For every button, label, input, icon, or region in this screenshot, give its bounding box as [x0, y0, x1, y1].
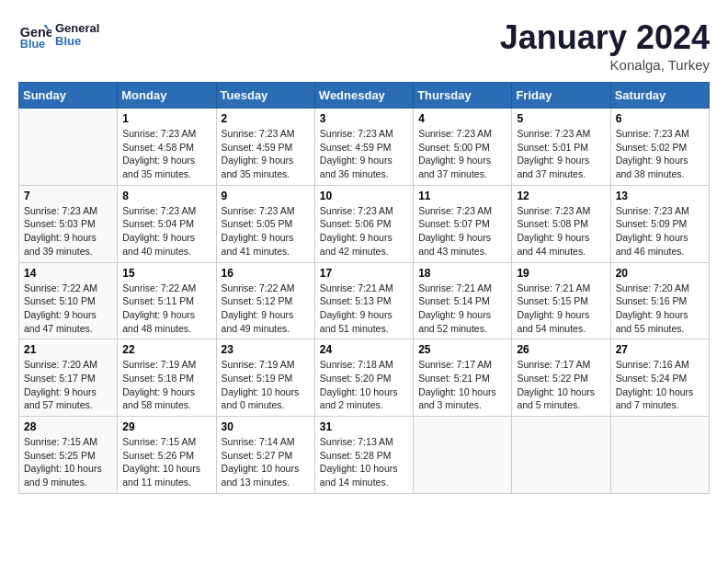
calendar-cell: 14Sunrise: 7:22 AMSunset: 5:10 PMDayligh…	[19, 262, 118, 339]
calendar-cell: 31Sunrise: 7:13 AMSunset: 5:28 PMDayligh…	[314, 417, 413, 494]
day-number: 12	[517, 190, 605, 202]
calendar-cell: 23Sunrise: 7:19 AMSunset: 5:19 PMDayligh…	[216, 339, 314, 417]
day-number: 10	[320, 190, 408, 202]
day-number: 1	[122, 112, 210, 125]
day-info: Sunrise: 7:21 AMSunset: 5:15 PMDaylight:…	[517, 282, 605, 336]
calendar-week-0: 1Sunrise: 7:23 AMSunset: 4:58 PMDaylight…	[19, 109, 710, 186]
day-info: Sunrise: 7:23 AMSunset: 5:08 PMDaylight:…	[517, 204, 605, 259]
calendar-cell: 19Sunrise: 7:21 AMSunset: 5:15 PMDayligh…	[512, 262, 610, 339]
day-number: 21	[24, 343, 112, 356]
calendar-cell: 15Sunrise: 7:22 AMSunset: 5:11 PMDayligh…	[118, 262, 216, 339]
day-number: 29	[122, 420, 210, 433]
day-number: 13	[616, 190, 704, 202]
calendar-cell: 13Sunrise: 7:23 AMSunset: 5:09 PMDayligh…	[610, 185, 709, 262]
calendar-week-3: 21Sunrise: 7:20 AMSunset: 5:17 PMDayligh…	[19, 339, 710, 417]
day-info: Sunrise: 7:22 AMSunset: 5:11 PMDaylight:…	[122, 282, 210, 336]
col-header-monday: Monday	[118, 83, 216, 109]
calendar-cell: 11Sunrise: 7:23 AMSunset: 5:07 PMDayligh…	[414, 185, 512, 262]
calendar-cell: 9Sunrise: 7:23 AMSunset: 5:05 PMDaylight…	[216, 185, 314, 262]
calendar-cell: 29Sunrise: 7:15 AMSunset: 5:26 PMDayligh…	[118, 417, 216, 494]
calendar-cell: 20Sunrise: 7:20 AMSunset: 5:16 PMDayligh…	[610, 262, 709, 339]
day-info: Sunrise: 7:18 AMSunset: 5:20 PMDaylight:…	[320, 358, 408, 412]
calendar-cell: 26Sunrise: 7:17 AMSunset: 5:22 PMDayligh…	[512, 339, 610, 417]
calendar-cell: 24Sunrise: 7:18 AMSunset: 5:20 PMDayligh…	[314, 339, 413, 417]
day-info: Sunrise: 7:23 AMSunset: 5:03 PMDaylight:…	[24, 204, 112, 259]
day-info: Sunrise: 7:20 AMSunset: 5:17 PMDaylight:…	[24, 358, 112, 412]
logo-blue: Blue	[55, 35, 99, 48]
calendar-cell: 1Sunrise: 7:23 AMSunset: 4:58 PMDaylight…	[118, 109, 216, 186]
day-info: Sunrise: 7:23 AMSunset: 5:06 PMDaylight:…	[320, 204, 408, 259]
col-header-wednesday: Wednesday	[314, 83, 413, 109]
calendar-cell: 4Sunrise: 7:23 AMSunset: 5:00 PMDaylight…	[414, 109, 512, 186]
calendar-cell	[610, 417, 709, 494]
calendar-cell: 16Sunrise: 7:22 AMSunset: 5:12 PMDayligh…	[216, 262, 314, 339]
calendar-cell: 7Sunrise: 7:23 AMSunset: 5:03 PMDaylight…	[19, 185, 118, 262]
calendar-cell: 2Sunrise: 7:23 AMSunset: 4:59 PMDaylight…	[216, 109, 314, 186]
calendar-table: SundayMondayTuesdayWednesdayThursdayFrid…	[18, 82, 710, 494]
calendar-cell	[19, 109, 118, 186]
calendar-week-2: 14Sunrise: 7:22 AMSunset: 5:10 PMDayligh…	[19, 262, 710, 339]
calendar-cell: 27Sunrise: 7:16 AMSunset: 5:24 PMDayligh…	[610, 339, 709, 417]
calendar-cell	[414, 417, 512, 494]
page-header: General Blue General Blue January 2024 K…	[18, 18, 710, 73]
day-info: Sunrise: 7:23 AMSunset: 5:00 PMDaylight:…	[418, 127, 506, 181]
day-info: Sunrise: 7:19 AMSunset: 5:18 PMDaylight:…	[122, 358, 210, 412]
col-header-tuesday: Tuesday	[216, 83, 314, 109]
calendar-cell: 3Sunrise: 7:23 AMSunset: 4:59 PMDaylight…	[314, 109, 413, 186]
day-number: 8	[122, 190, 210, 202]
day-info: Sunrise: 7:17 AMSunset: 5:22 PMDaylight:…	[517, 358, 605, 412]
calendar-cell: 25Sunrise: 7:17 AMSunset: 5:21 PMDayligh…	[414, 339, 512, 417]
day-info: Sunrise: 7:23 AMSunset: 5:07 PMDaylight:…	[418, 204, 506, 259]
day-number: 14	[24, 267, 112, 280]
day-info: Sunrise: 7:15 AMSunset: 5:26 PMDaylight:…	[122, 435, 210, 489]
logo: General Blue General Blue	[18, 18, 99, 52]
day-info: Sunrise: 7:15 AMSunset: 5:25 PMDaylight:…	[24, 435, 112, 489]
day-number: 9	[222, 190, 310, 202]
calendar-header: SundayMondayTuesdayWednesdayThursdayFrid…	[19, 83, 710, 109]
day-info: Sunrise: 7:23 AMSunset: 4:59 PMDaylight:…	[222, 127, 310, 181]
day-info: Sunrise: 7:23 AMSunset: 5:05 PMDaylight:…	[222, 204, 310, 259]
day-info: Sunrise: 7:16 AMSunset: 5:24 PMDaylight:…	[616, 358, 704, 412]
calendar-week-1: 7Sunrise: 7:23 AMSunset: 5:03 PMDaylight…	[19, 185, 710, 262]
calendar-cell: 5Sunrise: 7:23 AMSunset: 5:01 PMDaylight…	[512, 109, 610, 186]
calendar-cell: 18Sunrise: 7:21 AMSunset: 5:14 PMDayligh…	[414, 262, 512, 339]
calendar-cell: 10Sunrise: 7:23 AMSunset: 5:06 PMDayligh…	[314, 185, 413, 262]
col-header-friday: Friday	[512, 83, 610, 109]
col-header-thursday: Thursday	[414, 83, 512, 109]
day-info: Sunrise: 7:14 AMSunset: 5:27 PMDaylight:…	[222, 435, 310, 489]
calendar-cell: 22Sunrise: 7:19 AMSunset: 5:18 PMDayligh…	[118, 339, 216, 417]
day-info: Sunrise: 7:23 AMSunset: 5:01 PMDaylight:…	[517, 127, 605, 181]
day-number: 2	[222, 112, 310, 125]
day-number: 15	[122, 267, 210, 280]
day-info: Sunrise: 7:23 AMSunset: 5:04 PMDaylight:…	[122, 204, 210, 259]
day-info: Sunrise: 7:22 AMSunset: 5:10 PMDaylight:…	[24, 282, 112, 336]
day-number: 3	[320, 112, 408, 125]
day-number: 28	[24, 420, 112, 433]
calendar-cell: 17Sunrise: 7:21 AMSunset: 5:13 PMDayligh…	[314, 262, 413, 339]
day-number: 4	[418, 112, 506, 125]
day-number: 26	[517, 343, 605, 356]
day-number: 20	[616, 267, 704, 280]
day-number: 6	[616, 112, 704, 125]
calendar-cell: 12Sunrise: 7:23 AMSunset: 5:08 PMDayligh…	[512, 185, 610, 262]
calendar-cell: 6Sunrise: 7:23 AMSunset: 5:02 PMDaylight…	[610, 109, 709, 186]
calendar-cell: 8Sunrise: 7:23 AMSunset: 5:04 PMDaylight…	[118, 185, 216, 262]
day-number: 11	[418, 190, 506, 202]
day-number: 24	[320, 343, 408, 356]
day-number: 27	[616, 343, 704, 356]
calendar-cell: 30Sunrise: 7:14 AMSunset: 5:27 PMDayligh…	[216, 417, 314, 494]
day-number: 18	[418, 267, 506, 280]
day-info: Sunrise: 7:23 AMSunset: 4:58 PMDaylight:…	[122, 127, 210, 181]
day-number: 7	[24, 190, 112, 202]
day-info: Sunrise: 7:21 AMSunset: 5:14 PMDaylight:…	[418, 282, 506, 336]
day-number: 17	[320, 267, 408, 280]
month-title: January 2024	[500, 18, 710, 57]
day-info: Sunrise: 7:13 AMSunset: 5:28 PMDaylight:…	[320, 435, 408, 489]
calendar-cell: 21Sunrise: 7:20 AMSunset: 5:17 PMDayligh…	[19, 339, 118, 417]
day-info: Sunrise: 7:19 AMSunset: 5:19 PMDaylight:…	[222, 358, 310, 412]
col-header-sunday: Sunday	[19, 83, 118, 109]
logo-icon: General Blue	[18, 18, 51, 52]
day-info: Sunrise: 7:20 AMSunset: 5:16 PMDaylight:…	[616, 282, 704, 336]
calendar-cell	[512, 417, 610, 494]
day-number: 31	[320, 420, 408, 433]
